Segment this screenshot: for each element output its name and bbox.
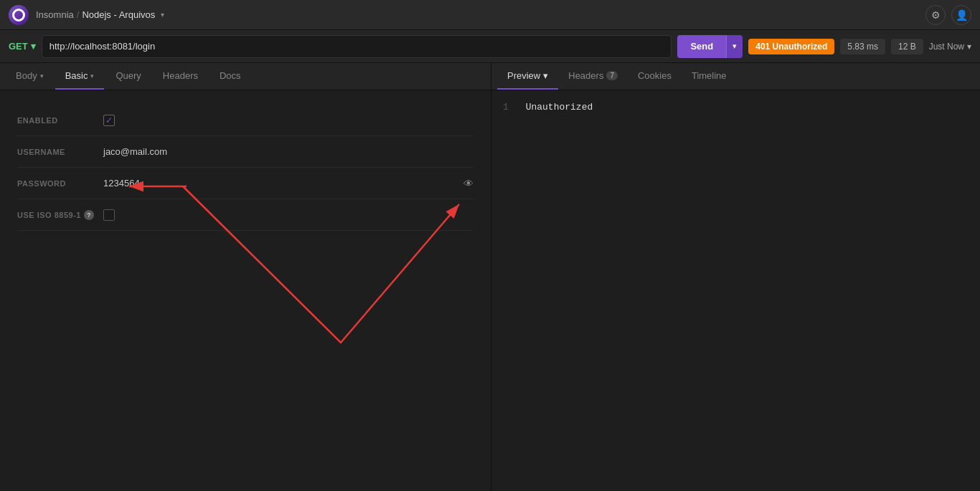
send-button-group: Send ▾ — [677, 35, 743, 58]
app-name: Insomnia — [36, 9, 74, 20]
username-value[interactable]: jaco@mail.com — [103, 146, 473, 157]
top-bar-actions: ⚙ 👤 — [925, 5, 971, 25]
toggle-password-icon[interactable]: 👁︎ — [463, 178, 473, 189]
iso-row: USE ISO 8859-1 ? — [17, 199, 473, 231]
tab-headers[interactable]: Headers — [153, 63, 208, 90]
send-button[interactable]: Send — [677, 35, 726, 58]
response-body: 1 Unauthorized — [491, 90, 980, 124]
app-logo — [9, 5, 29, 25]
logo-inner — [12, 9, 25, 22]
right-panel: Preview ▾ Headers 7 Cookies Timeline 1 U… — [491, 63, 980, 491]
request-tab-bar: Body ▾ Basic ▾ Query Headers Docs — [0, 63, 491, 90]
timestamp-label: Just Now — [929, 42, 964, 52]
tab-query-label: Query — [116, 70, 141, 81]
iso-label-text: USE ISO 8859-1 — [17, 211, 81, 219]
tab-response-headers-label: Headers — [568, 70, 603, 81]
line-number: 1 — [503, 102, 509, 113]
tab-cookies[interactable]: Cookies — [628, 63, 682, 90]
iso-checkbox[interactable] — [103, 209, 115, 221]
password-field-wrap: 1234564 👁︎ — [103, 178, 473, 189]
enabled-checkbox[interactable] — [103, 115, 115, 126]
tab-preview-chevron: ▾ — [543, 70, 548, 81]
tab-body[interactable]: Body ▾ — [6, 63, 54, 90]
password-value[interactable]: 1234564 — [103, 178, 458, 189]
response-text: Unauthorized — [526, 102, 593, 113]
project-chevron[interactable]: ▾ — [161, 11, 164, 19]
tab-timeline-label: Timeline — [692, 70, 727, 81]
url-input[interactable] — [50, 41, 664, 52]
breadcrumb: Insomnia / Nodejs - Arquivos ▾ — [36, 9, 164, 20]
password-row: PASSWORD 1234564 👁︎ — [17, 168, 473, 199]
tab-cookies-label: Cookies — [638, 70, 672, 81]
tab-preview-label: Preview — [507, 70, 540, 81]
tab-basic-chevron: ▾ — [90, 72, 94, 80]
timestamp-chevron[interactable]: ▾ — [967, 42, 971, 52]
username-row: USERNAME jaco@mail.com — [17, 136, 473, 168]
iso-help-icon[interactable]: ? — [84, 210, 94, 220]
user-button[interactable]: 👤 — [951, 5, 971, 25]
main-layout: Body ▾ Basic ▾ Query Headers Docs ENABLE… — [0, 63, 980, 491]
breadcrumb-sep: / — [77, 9, 80, 20]
top-bar: Insomnia / Nodejs - Arquivos ▾ ⚙ 👤 — [0, 0, 980, 30]
send-dropdown-button[interactable]: ▾ — [726, 35, 743, 58]
tab-timeline[interactable]: Timeline — [682, 63, 737, 90]
left-panel: Body ▾ Basic ▾ Query Headers Docs ENABLE… — [0, 63, 491, 491]
project-name: Nodejs - Arquivos — [82, 9, 155, 20]
timestamp: Just Now ▾ — [929, 42, 971, 52]
tab-docs-label: Docs — [220, 70, 241, 81]
method-select[interactable]: GET ▾ — [9, 41, 36, 52]
method-label: GET — [9, 41, 28, 52]
enabled-row: ENABLED — [17, 105, 473, 136]
tab-headers-label: Headers — [163, 70, 198, 81]
response-time: 5.83 ms — [840, 39, 885, 54]
response-tab-bar: Preview ▾ Headers 7 Cookies Timeline — [491, 63, 980, 90]
username-label: USERNAME — [17, 148, 103, 156]
url-input-wrap — [42, 35, 672, 58]
method-chevron: ▾ — [31, 41, 36, 52]
tab-preview[interactable]: Preview ▾ — [497, 63, 558, 90]
tab-body-label: Body — [16, 70, 37, 81]
password-label: PASSWORD — [17, 179, 103, 188]
tab-body-chevron: ▾ — [40, 72, 44, 80]
iso-label: USE ISO 8859-1 ? — [17, 210, 103, 220]
tab-response-headers[interactable]: Headers 7 — [558, 63, 628, 90]
status-badge: 401 Unauthorized — [748, 39, 834, 54]
response-size: 12 B — [891, 39, 923, 54]
tab-query[interactable]: Query — [105, 63, 151, 90]
settings-button[interactable]: ⚙ — [925, 5, 946, 25]
tab-basic[interactable]: Basic ▾ — [55, 63, 105, 90]
enabled-label: ENABLED — [17, 116, 103, 125]
basic-auth-form: ENABLED USERNAME jaco@mail.com PASSWORD … — [0, 90, 491, 245]
tab-basic-label: Basic — [65, 70, 88, 81]
headers-badge: 7 — [606, 71, 618, 80]
tab-docs[interactable]: Docs — [209, 63, 251, 90]
url-bar: GET ▾ Send ▾ 401 Unauthorized 5.83 ms 12… — [0, 30, 980, 63]
